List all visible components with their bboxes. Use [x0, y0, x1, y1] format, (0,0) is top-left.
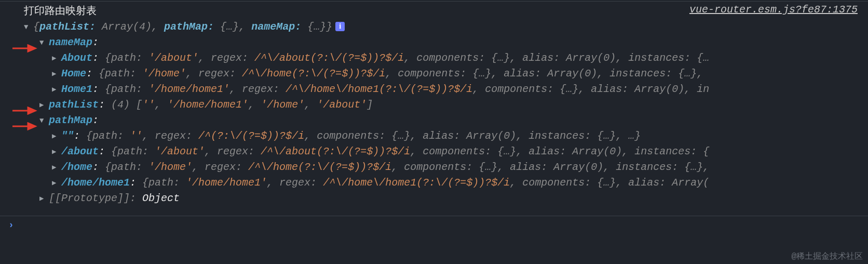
expand-icon[interactable]	[39, 113, 49, 128]
pathmap-entry[interactable]: "": {path: '', regex: /^(?:\/(?=$))?$/i,…	[0, 128, 868, 144]
log-message: 打印路由映射表	[24, 5, 97, 17]
watermark: @稀土掘金技术社区	[791, 251, 863, 262]
pathmap-row[interactable]: pathMap:	[0, 113, 868, 128]
log-message-row: 打印路由映射表	[0, 4, 868, 19]
namemap-entry[interactable]: About: {path: '/about', regex: /^\/about…	[0, 50, 868, 66]
arrow-icon	[12, 122, 38, 130]
object-summary-row[interactable]: {pathList: Array(4), pathMap: {…}, nameM…	[0, 19, 868, 35]
info-icon[interactable]: i	[335, 22, 345, 31]
arrow-icon	[12, 107, 38, 115]
namemap-entry[interactable]: Home: {path: '/home', regex: /^\/home(?:…	[0, 66, 868, 82]
console-prompt[interactable]: ›	[8, 220, 14, 230]
namemap-row[interactable]: nameMap:	[0, 35, 868, 50]
pathmap-entry[interactable]: /about: {path: '/about', regex: /^\/abou…	[0, 144, 868, 160]
pathmap-entry[interactable]: /home: {path: '/home', regex: /^\/home(?…	[0, 160, 868, 175]
pathlist-items: '', '/home/home1', '/home', '/about'	[142, 99, 367, 111]
pathmap-entries: "": {path: '', regex: /^(?:\/(?=$))?$/i,…	[0, 128, 868, 191]
prototype-row[interactable]: [[Prototype]]: Object	[0, 191, 868, 206]
expand-icon[interactable]	[39, 35, 49, 50]
namemap-entries: About: {path: '/about', regex: /^\/about…	[0, 50, 868, 97]
expand-icon[interactable]	[39, 97, 49, 113]
arrow-icon	[12, 44, 38, 52]
expand-icon[interactable]	[52, 128, 61, 144]
expand-icon[interactable]	[52, 160, 61, 175]
expand-icon[interactable]	[39, 191, 49, 206]
namemap-entry[interactable]: Home1: {path: '/home/home1', regex: /^\/…	[0, 82, 868, 97]
pathmap-entry[interactable]: /home/home1: {path: '/home/home1', regex…	[0, 175, 868, 191]
divider	[0, 216, 868, 216]
expand-icon[interactable]	[24, 19, 33, 35]
expand-icon[interactable]	[52, 144, 61, 160]
console-panel: vue-router.esm.js?fe87:1375 打印路由映射表 {pat…	[0, 1, 868, 264]
expand-icon[interactable]	[52, 175, 61, 191]
expand-icon[interactable]	[52, 50, 61, 66]
pathlist-row[interactable]: pathList: (4) ['', '/home/home1', '/home…	[0, 97, 868, 113]
expand-icon[interactable]	[52, 82, 61, 97]
expand-icon[interactable]	[52, 66, 61, 82]
console-log: 打印路由映射表 {pathList: Array(4), pathMap: {……	[0, 4, 868, 206]
